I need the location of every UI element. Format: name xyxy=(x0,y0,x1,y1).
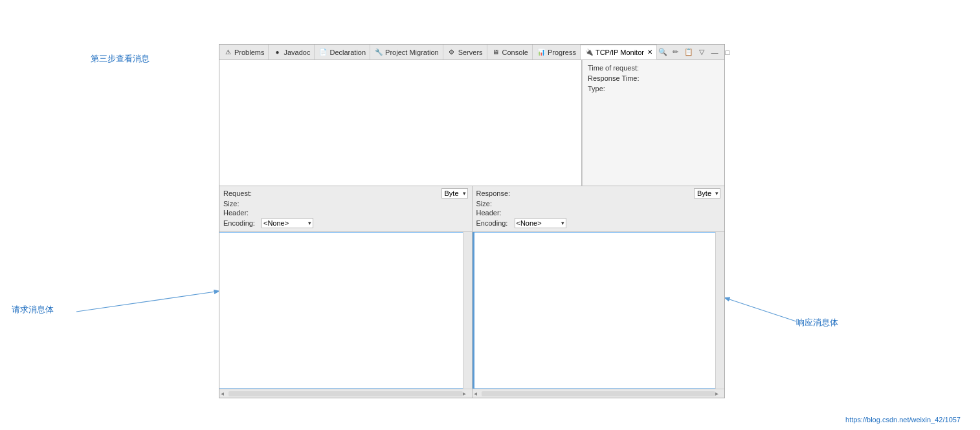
tab-progress[interactable]: 📊 Progress xyxy=(533,45,581,59)
time-of-request: Time of request: xyxy=(588,64,719,72)
tab-progress-label: Progress xyxy=(548,48,576,56)
response-encoding-select[interactable]: <None> xyxy=(515,218,566,228)
svg-line-1 xyxy=(724,297,796,321)
request-editor-content xyxy=(219,232,472,389)
response-editor-panel: ◂ ▸ xyxy=(473,232,725,398)
middle-controls: Request: Byte Size: Header: Encoding: <N… xyxy=(219,186,724,232)
request-hscrollbar[interactable]: ◂ ▸ xyxy=(219,389,472,398)
tab-toolbar: 🔍 ✏ 📋 ▽ — □ xyxy=(657,47,736,58)
tab-servers-label: Servers xyxy=(458,48,483,56)
tab-problems[interactable]: ⚠ Problems xyxy=(219,45,269,59)
response-scroll-left[interactable]: ◂ xyxy=(474,390,482,397)
request-editor-panel: ◂ ▸ xyxy=(219,232,473,398)
tab-declaration-label: Declaration xyxy=(329,48,366,56)
request-byte-wrapper: Byte xyxy=(441,188,468,199)
tab-problems-label: Problems xyxy=(234,48,264,56)
response-hscrollbar[interactable]: ◂ ▸ xyxy=(473,389,725,398)
tab-console-label: Console xyxy=(502,48,528,56)
tab-bar: ⚠ Problems ● Javadoc 📄 Declaration 🔧 Pro… xyxy=(219,45,724,60)
tab-project-migration-label: Project Migration xyxy=(385,48,439,56)
response-encoding-row: Encoding: <None> xyxy=(476,218,721,228)
response-header-row: Header: xyxy=(476,209,721,217)
tcpip-icon: 🔌 xyxy=(585,48,594,57)
request-size-value-label: Size: xyxy=(223,200,259,208)
request-scroll-track[interactable] xyxy=(228,391,463,396)
toolbar-copy-btn[interactable]: 📋 xyxy=(683,47,695,58)
progress-icon: 📊 xyxy=(537,48,546,57)
response-time: Response Time: xyxy=(588,74,719,82)
request-header-label: Header: xyxy=(223,209,259,217)
request-vscrollbar[interactable] xyxy=(463,232,472,389)
tab-console[interactable]: 🖥 Console xyxy=(487,45,533,59)
svg-line-0 xyxy=(76,291,220,312)
request-header-row: Header: xyxy=(223,209,468,217)
toolbar-maximize-btn[interactable]: □ xyxy=(722,47,733,58)
response-size-row: Response: Byte xyxy=(476,188,721,199)
request-size-label: Request: xyxy=(223,189,259,197)
request-byte-select[interactable]: Byte xyxy=(441,188,468,199)
request-size-row: Request: Byte xyxy=(223,188,468,199)
response-editor-content xyxy=(473,232,725,389)
project-migration-icon: 🔧 xyxy=(374,48,383,57)
declaration-icon: 📄 xyxy=(318,48,328,57)
request-scroll-right[interactable]: ▸ xyxy=(463,390,471,397)
problems-icon: ⚠ xyxy=(223,48,232,57)
request-editor-textarea[interactable] xyxy=(219,232,472,389)
top-section: Time of request: Response Time: Type: xyxy=(219,60,724,186)
response-byte-select[interactable]: Byte xyxy=(694,188,720,199)
tab-tcpip-label: TCP/IP Monitor xyxy=(596,48,644,56)
response-scroll-track[interactable] xyxy=(482,391,716,396)
javadoc-icon: ● xyxy=(273,48,282,57)
response-body-label: 响应消息体 xyxy=(796,317,838,328)
tab-declaration[interactable]: 📄 Declaration xyxy=(315,45,370,59)
response-scroll-right[interactable]: ▸ xyxy=(715,390,723,397)
response-vscrollbar[interactable] xyxy=(715,232,724,389)
response-encoding-wrapper: <None> xyxy=(515,218,566,228)
top-preview-area xyxy=(219,60,582,186)
tab-javadoc-label: Javadoc xyxy=(284,48,310,56)
response-header-label: Header: xyxy=(476,209,512,217)
bottom-section: ◂ ▸ ◂ ▸ xyxy=(219,232,724,398)
response-controls: Response: Byte Size: Header: Encoding: <… xyxy=(473,186,725,231)
response-size-label: Response: xyxy=(476,189,512,197)
response-byte-wrapper: Byte xyxy=(694,188,720,199)
tab-javadoc[interactable]: ● Javadoc xyxy=(269,45,315,59)
toolbar-minimize-btn[interactable]: — xyxy=(709,47,720,58)
request-encoding-select[interactable]: <None> xyxy=(262,218,313,228)
step3-label: 第三步查看消息 xyxy=(91,53,150,65)
type: Type: xyxy=(588,85,719,92)
ide-panel: ⚠ Problems ● Javadoc 📄 Declaration 🔧 Pro… xyxy=(219,44,725,398)
toolbar-dropdown-btn[interactable]: ▽ xyxy=(696,47,707,58)
tab-servers[interactable]: ⚙ Servers xyxy=(443,45,487,59)
request-encoding-label: Encoding: xyxy=(223,219,259,227)
request-scroll-left[interactable]: ◂ xyxy=(221,390,228,397)
toolbar-search-btn[interactable]: 🔍 xyxy=(657,47,669,58)
tab-tcpip-monitor[interactable]: 🔌 TCP/IP Monitor ✕ xyxy=(581,45,657,59)
request-size-value-row: Size: xyxy=(223,200,468,208)
servers-icon: ⚙ xyxy=(447,48,456,57)
request-info-panel: Time of request: Response Time: Type: xyxy=(582,60,724,186)
tab-project-migration[interactable]: 🔧 Project Migration xyxy=(370,45,443,59)
response-encoding-label: Encoding: xyxy=(476,219,512,227)
request-encoding-row: Encoding: <None> xyxy=(223,218,468,228)
bottom-url[interactable]: https://blog.csdn.net/weixin_42/1057 xyxy=(845,416,961,424)
console-icon: 🖥 xyxy=(491,48,500,57)
response-size-value-label: Size: xyxy=(476,200,512,208)
request-controls: Request: Byte Size: Header: Encoding: <N… xyxy=(219,186,473,231)
response-editor-textarea[interactable] xyxy=(474,232,725,389)
response-size-value-row: Size: xyxy=(476,200,721,208)
request-body-label: 请求消息体 xyxy=(12,304,54,316)
request-encoding-wrapper: <None> xyxy=(262,218,313,228)
toolbar-edit-btn[interactable]: ✏ xyxy=(670,47,682,58)
tab-tcpip-close[interactable]: ✕ xyxy=(647,48,652,56)
